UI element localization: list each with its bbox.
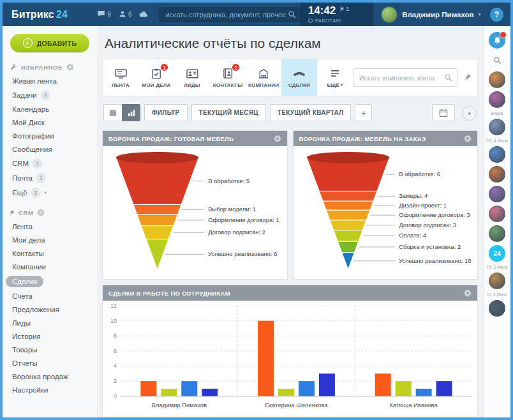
bitrix-logo[interactable]: Битрикс24: [3, 9, 94, 20]
sidebar-item-tasks[interactable]: Задачи4: [3, 87, 97, 102]
section-title: ИЗБРАННОЕ: [21, 64, 63, 71]
user-menu[interactable]: Владимир Пимахов ▾: [373, 6, 486, 23]
sidebar-item-mail[interactable]: Почта1: [3, 170, 97, 185]
sidebar-item-reports[interactable]: Отчеты: [3, 356, 97, 370]
sidebar-item-label: Настройки: [12, 386, 48, 394]
work-status[interactable]: РАБОТАЮ: [308, 18, 366, 24]
chevron-down-icon: ▾: [479, 11, 481, 17]
filter-button[interactable]: ФИЛЬТР: [144, 104, 188, 121]
people-icon[interactable]: 6: [119, 10, 132, 19]
deals-icon: [293, 68, 306, 80]
sidebar-item-history[interactable]: История: [3, 329, 97, 343]
svg-text:В обработке: 6: В обработке: 6: [399, 170, 440, 177]
sidebar-item-my-affairs[interactable]: Мои дела: [3, 233, 97, 246]
gear-icon[interactable]: [464, 289, 472, 297]
feed-icon: [115, 68, 127, 80]
avatar[interactable]: [489, 119, 505, 135]
avatar[interactable]: [489, 166, 505, 183]
sidebar-item-deals[interactable]: Сделки: [3, 273, 97, 289]
sidebar-item-label: Воронка продаж: [12, 372, 68, 381]
sidebar-item-more[interactable]: Ещё9▾: [3, 185, 97, 200]
sidebar-item-label: Предложения: [12, 305, 59, 314]
tab-my-affairs[interactable]: МОИ ДЕЛА1: [138, 59, 174, 96]
search-icon[interactable]: [444, 73, 452, 82]
cloud-icon[interactable]: [139, 11, 149, 19]
clock-time: 14:42: [308, 5, 336, 16]
sidebar-item-label: Календарь: [12, 105, 49, 114]
avatar[interactable]: [489, 186, 505, 202]
current-quarter-button[interactable]: ТЕКУЩИЙ КВАРТАЛ: [270, 104, 352, 121]
sidebar-item-contacts[interactable]: Контакты: [3, 246, 97, 260]
wrench-icon: [10, 64, 17, 71]
tab-label: МОИ ДЕЛА: [142, 82, 171, 88]
sidebar-item-label: Почта: [12, 174, 33, 183]
contacts-icon: [223, 68, 233, 80]
sidebar-item-messages[interactable]: Сообщения: [3, 142, 97, 156]
counter-badge: 9: [31, 188, 41, 198]
sidebar-item-products[interactable]: Товары: [3, 343, 97, 356]
avatar[interactable]: [489, 273, 505, 289]
svg-text:Оформление договора: 1: Оформление договора: 1: [208, 216, 279, 223]
sidebar-item-quotes[interactable]: Предложения: [3, 303, 97, 316]
tab-leads[interactable]: ЛИДЫ: [174, 59, 210, 96]
bell-icon[interactable]: [489, 32, 505, 49]
gear-icon[interactable]: [66, 63, 74, 71]
clock-widget[interactable]: 14:42 1 РАБОТАЮ: [301, 3, 373, 26]
tab-label: ЕЩЁ▾: [327, 82, 343, 88]
svg-text:Замеры: 4: Замеры: 4: [399, 192, 428, 199]
avatar[interactable]: [489, 206, 505, 222]
pin-icon[interactable]: [463, 73, 472, 82]
sidebar-item-label: Сообщения: [12, 145, 52, 154]
main-content: Аналитические отчёты по сделкам ЛЕНТАМОИ…: [97, 26, 483, 417]
gear-icon[interactable]: [37, 209, 45, 216]
tab-more[interactable]: ЕЩЁ▾: [317, 59, 353, 96]
help-button[interactable]: ?: [490, 8, 503, 22]
card-header: СДЕЛКИ В РАБОТЕ ПО СОТРУДНИКАМ: [103, 285, 477, 301]
funnel-chart: В обработке: 5Выбор модели: 1Оформление …: [103, 146, 287, 279]
add-period-button[interactable]: +: [355, 104, 372, 121]
rail-date-label: Сб, 4 Июня: [486, 139, 508, 143]
section-title: CRM: [19, 209, 33, 216]
chart-view-toggle[interactable]: [122, 104, 140, 121]
crm-search-input[interactable]: [358, 73, 441, 82]
avatar[interactable]: [489, 146, 505, 163]
calendar-button[interactable]: [432, 104, 455, 121]
gear-icon[interactable]: [464, 135, 472, 142]
chat-icon[interactable]: 9: [97, 10, 111, 19]
tab-feed[interactable]: ЛЕНТА: [103, 59, 138, 96]
sidebar-item-sales-funnel[interactable]: Воронка продаж: [3, 370, 97, 383]
sidebar-item-feed[interactable]: Лента: [3, 220, 97, 233]
sidebar-item-my-disk[interactable]: Мой Диск: [3, 116, 97, 129]
bitrix24-avatar[interactable]: 24: [489, 245, 505, 262]
search-icon[interactable]: [288, 10, 296, 19]
avatar[interactable]: [489, 71, 505, 88]
sidebar-item-invoices[interactable]: Счета: [3, 289, 97, 303]
bar-chart-icon: [128, 109, 135, 117]
current-month-button[interactable]: ТЕКУЩИЙ МЕСЯЦ: [191, 104, 266, 121]
tab-label: ЛИДЫ: [184, 82, 200, 88]
sidebar-item-leads[interactable]: Лиды: [3, 316, 97, 329]
tab-deals[interactable]: СДЕЛКИ: [281, 59, 317, 96]
avatar[interactable]: [489, 91, 505, 108]
tab-companies[interactable]: КОМПАНИИ: [246, 59, 281, 96]
sidebar-item-settings[interactable]: Настройки: [3, 383, 97, 396]
list-view-toggle[interactable]: [103, 104, 122, 121]
gear-icon[interactable]: [274, 135, 281, 142]
avatar[interactable]: [489, 300, 505, 317]
collapse-button[interactable]: ▾: [462, 106, 477, 121]
tab-contacts[interactable]: КОНТАКТЫ1: [210, 59, 246, 96]
sidebar-item-calendar[interactable]: Календарь: [3, 102, 97, 116]
avatar[interactable]: [489, 225, 505, 242]
more-icon: [331, 68, 339, 80]
svg-text:Успешно реализовано: 6: Успешно реализовано: 6: [208, 250, 277, 257]
counter-badge: 1: [33, 158, 42, 169]
sidebar-item-companies[interactable]: Компании: [3, 260, 97, 273]
sidebar-item-live-feed[interactable]: Живая лента: [3, 74, 97, 87]
add-button[interactable]: + ДОБАВИТЬ: [10, 34, 89, 52]
bar-chart: 024681012Владимир ПимаховЕкатерина Шелен…: [103, 301, 477, 413]
topbar-search-input[interactable]: [164, 10, 287, 19]
sidebar-item-photos[interactable]: Фотографии: [3, 129, 97, 142]
sidebar-item-label: CRM: [12, 159, 29, 168]
search-icon[interactable]: [489, 52, 505, 68]
sidebar-item-crm[interactable]: CRM1: [3, 156, 97, 170]
